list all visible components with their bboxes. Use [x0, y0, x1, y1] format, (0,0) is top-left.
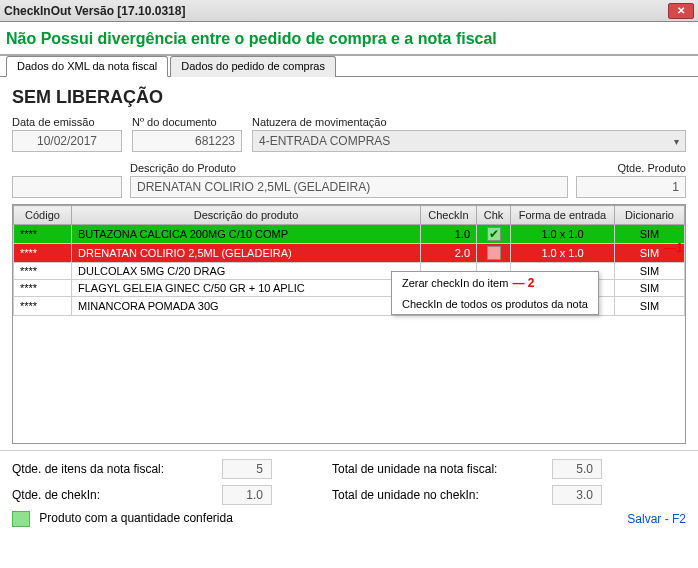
col-descricao[interactable]: Descrição do produto — [72, 206, 421, 225]
status-message: Não Possui divergência entre o pedido de… — [0, 22, 698, 56]
cell-codigo: **** — [14, 263, 72, 280]
section-title: SEM LIBERAÇÃO — [12, 87, 686, 108]
cell-chk[interactable] — [477, 244, 511, 263]
window-titlebar: CheckInOut Versão [17.10.0318] ✕ — [0, 0, 698, 22]
legend-swatch-icon — [12, 511, 30, 527]
value-qtde-itens: 5 — [222, 459, 272, 479]
window-title: CheckInOut Versão [17.10.0318] — [4, 4, 668, 18]
cell-codigo: **** — [14, 244, 72, 263]
col-checkin[interactable]: CheckIn — [421, 206, 477, 225]
cell-descricao: MINANCORA POMADA 30G — [72, 297, 421, 316]
cell-dicionario: SIM — [615, 297, 685, 316]
cell-forma: 1.0 x 1.0 — [511, 225, 615, 244]
close-button[interactable]: ✕ — [668, 3, 694, 19]
label-total-unidade-nota: Total de unidade na nota fiscal: — [332, 462, 552, 476]
cell-descricao: BUTAZONA CALCICA 200MG C/10 COMP — [72, 225, 421, 244]
col-codigo[interactable]: Código — [14, 206, 72, 225]
cell-checkin: 1.0 — [421, 225, 477, 244]
value-qtde-checkin: 1.0 — [222, 485, 272, 505]
cell-codigo: **** — [14, 280, 72, 297]
grid-container: Código Descrição do produto CheckIn Chk … — [12, 204, 686, 444]
value-total-unidade-nota: 5.0 — [552, 459, 602, 479]
cell-forma: 1.0 x 1.0 — [511, 244, 615, 263]
tab-xml-nota[interactable]: Dados do XML da nota fiscal — [6, 56, 168, 77]
grid-header-row: Código Descrição do produto CheckIn Chk … — [14, 206, 685, 225]
summary-panel: Qtde. de itens da nota fiscal: 5 Total d… — [0, 450, 698, 535]
label-natureza: Natuzera de movimentação — [252, 116, 686, 128]
label-num-doc: Nº do documento — [132, 116, 242, 128]
input-qtde-produto[interactable] — [576, 176, 686, 198]
checkbox-icon: ✔ — [487, 227, 501, 241]
legend: Produto com a quantidade conferida — [12, 511, 233, 527]
input-codigo[interactable] — [12, 176, 122, 198]
select-natureza-value: 4-ENTRADA COMPRAS — [259, 134, 390, 148]
cell-descricao: DRENATAN COLIRIO 2,5ML (GELADEIRA) — [72, 244, 421, 263]
checkbox-icon — [487, 246, 501, 260]
legend-text: Produto com a quantidade conferida — [39, 511, 232, 525]
label-qtde-checkin: Qtde. de chekIn: — [12, 488, 222, 502]
menu-item-label: CheckIn de todos os produtos da nota — [402, 298, 588, 310]
table-row[interactable]: **** BUTAZONA CALCICA 200MG C/10 COMP 1.… — [14, 225, 685, 244]
col-forma[interactable]: Forma de entrada — [511, 206, 615, 225]
cell-dicionario: SIM — [615, 280, 685, 297]
input-num-doc[interactable] — [132, 130, 242, 152]
input-data-emissao[interactable] — [12, 130, 122, 152]
panel-xml: SEM LIBERAÇÃO Data de emissão Nº do docu… — [0, 77, 698, 450]
cell-checkin: 2.0 — [421, 244, 477, 263]
label-descricao: Descrição do Produto — [130, 162, 568, 174]
annotation-2: — 2 — [512, 276, 534, 290]
menu-checkin-todos[interactable]: CheckIn de todos os produtos da nota — [392, 294, 598, 314]
context-menu: Zerar checkIn do item — 2 CheckIn de tod… — [391, 271, 599, 315]
save-button[interactable]: Salvar - F2 — [627, 512, 686, 526]
table-row[interactable]: **** DRENATAN COLIRIO 2,5ML (GELADEIRA) … — [14, 244, 685, 263]
cell-descricao: DULCOLAX 5MG C/20 DRAG — [72, 263, 421, 280]
value-total-unidade-checkin: 3.0 — [552, 485, 602, 505]
tab-pedido-compras[interactable]: Dados do pedido de compras — [170, 56, 336, 77]
label-data-emissao: Data de emissão — [12, 116, 122, 128]
menu-zerar-checkin[interactable]: Zerar checkIn do item — 2 — [392, 272, 598, 294]
select-natureza[interactable]: 4-ENTRADA COMPRAS ▾ — [252, 130, 686, 152]
col-chk[interactable]: Chk — [477, 206, 511, 225]
cell-chk[interactable]: ✔ — [477, 225, 511, 244]
annotation-1: —1 — [664, 241, 683, 255]
label-qtde-itens: Qtde. de itens da nota fiscal: — [12, 462, 222, 476]
chevron-down-icon: ▾ — [674, 136, 679, 147]
col-dicionario[interactable]: Dicionario — [615, 206, 685, 225]
label-qtde-produto: Qtde. Produto — [576, 162, 686, 174]
cell-codigo: **** — [14, 297, 72, 316]
cell-descricao: FLAGYL GELEIA GINEC C/50 GR + 10 APLIC — [72, 280, 421, 297]
cell-dicionario: SIM — [615, 263, 685, 280]
label-total-unidade-checkin: Total de unidade no chekIn: — [332, 488, 552, 502]
tabs: Dados do XML da nota fiscal Dados do ped… — [0, 55, 698, 77]
menu-item-label: Zerar checkIn do item — [402, 277, 508, 289]
cell-codigo: **** — [14, 225, 72, 244]
input-descricao[interactable] — [130, 176, 568, 198]
